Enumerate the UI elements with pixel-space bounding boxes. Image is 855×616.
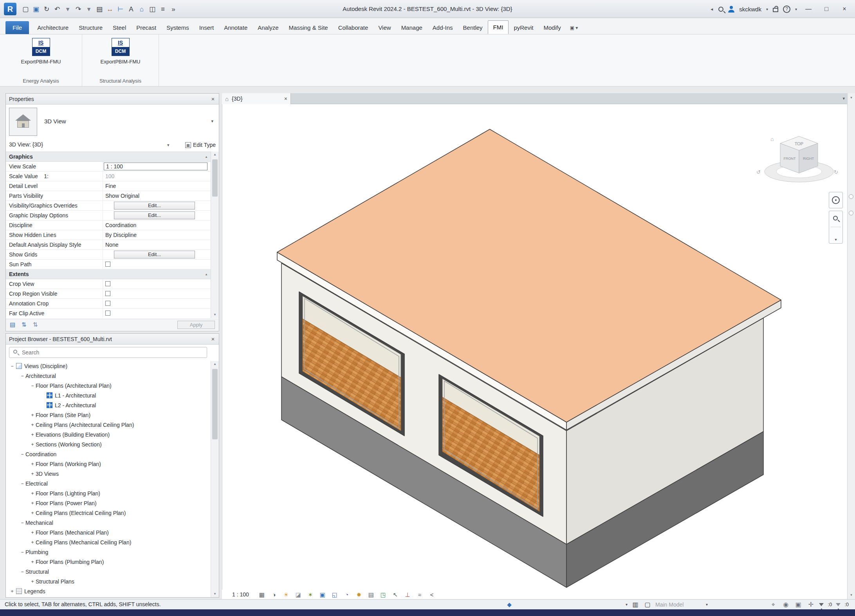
section-icon[interactable]: ◫ [148, 6, 157, 13]
crop-view-icon[interactable]: ▣ [319, 592, 326, 598]
file-tab[interactable]: File [5, 21, 29, 34]
analytical-model-icon[interactable]: ◳ [379, 592, 387, 598]
ribbon-tab-modify[interactable]: Modify [538, 21, 566, 34]
properties-filter-icon[interactable]: ▤ [8, 322, 17, 327]
tree-expander-icon[interactable]: − [19, 481, 25, 486]
help-caret-icon[interactable]: ▾ [795, 7, 797, 11]
ribbon-tab-manage[interactable]: Manage [396, 21, 428, 34]
tree-expander-icon[interactable]: + [29, 432, 36, 437]
crop-region-icon[interactable]: ◱ [331, 592, 339, 598]
design-option-caret-icon[interactable]: ▾ [706, 602, 708, 607]
tree-item-floor-plans-mechanical-plan[interactable]: +Floor Plans (Mechanical Plan) [6, 527, 211, 537]
tree-expander-icon[interactable]: − [9, 363, 15, 369]
param-value-visibility-graphics-overrides[interactable]: Edit... [114, 202, 195, 210]
checkbox-icon[interactable] [105, 262, 110, 267]
more-commands-icon[interactable]: » [169, 6, 178, 13]
tree-item-legends[interactable]: +Legends [6, 586, 211, 596]
tree-expander-icon[interactable]: + [29, 579, 36, 584]
ribbon-tab-architecture[interactable]: Architecture [32, 21, 74, 34]
displacement-sets-icon[interactable]: ↖ [391, 592, 399, 598]
store-icon[interactable] [773, 8, 778, 12]
user-menu-caret-icon[interactable]: ▾ [766, 7, 768, 11]
thin-lines-icon[interactable]: ≡ [159, 6, 167, 13]
tree-item-floor-plans-power-plan[interactable]: +Floor Plans (Power Plan) [6, 498, 211, 508]
strip-caret-down-icon[interactable]: ▾ [848, 593, 855, 597]
modify-selection-caret-icon[interactable]: ▣ ▾ [570, 25, 578, 31]
tree-item-architectural[interactable]: −Architectural [6, 371, 211, 381]
scroll-up-icon[interactable]: ▲ [211, 361, 219, 367]
tree-item-floor-plans-site-plan[interactable]: +Floor Plans (Site Plan) [6, 410, 211, 420]
tree-item-views-discipline[interactable]: −Views (Discipline) [6, 361, 211, 371]
tree-item-floor-plans-working-plan[interactable]: +Floor Plans (Working Plan) [6, 459, 211, 469]
tree-item-structural[interactable]: −Structural [6, 567, 211, 576]
view-tab-3d[interactable]: ⌂ {3D} × [222, 93, 291, 104]
design-option-icon[interactable]: ▢ [643, 602, 652, 608]
reveal-constraints-icon[interactable]: ⊥ [404, 592, 411, 598]
param-value-show-hidden-lines[interactable]: By Discipline [103, 230, 211, 240]
sync-icon[interactable]: ↻ [42, 6, 51, 13]
ribbon-tab-fmi[interactable]: FMI [488, 20, 509, 34]
tree-item-l2-architectural[interactable]: L2 - Architectural [6, 400, 211, 410]
checkbox-icon[interactable] [105, 281, 110, 286]
param-value-far-clip-active[interactable] [103, 309, 211, 318]
tree-item-3d-views[interactable]: +3D Views [6, 469, 211, 479]
ribbon-tab-add-ins[interactable]: Add-Ins [428, 21, 458, 34]
measure-icon[interactable]: ↔ [106, 6, 114, 13]
redo-caret-icon[interactable]: ▾ [85, 6, 93, 13]
properties-header[interactable]: Properties × [6, 94, 219, 105]
default-3d-view-icon[interactable]: ⌂ [137, 6, 146, 13]
tree-expander-icon[interactable]: + [29, 530, 36, 535]
tree-item-floor-plans-lighting-plan[interactable]: +Floor Plans (Lighting Plan) [6, 488, 211, 498]
building-model[interactable] [277, 129, 781, 587]
tree-expander-icon[interactable]: − [19, 520, 25, 526]
tree-item-ceiling-plans-mechanical-ceiling-plan[interactable]: +Ceiling Plans (Mechanical Ceiling Plan) [6, 537, 211, 547]
redo-icon[interactable]: ↷ [74, 6, 83, 13]
tree-expander-icon[interactable]: + [29, 412, 36, 418]
param-value-discipline[interactable]: Coordination [103, 220, 211, 230]
type-selector-caret-icon[interactable]: ▾ [211, 119, 213, 124]
type-selector-image[interactable] [9, 108, 37, 136]
tree-expander-icon[interactable]: + [29, 540, 36, 545]
revit-logo[interactable]: R [4, 3, 16, 15]
view-filter-caret-icon[interactable]: ▾ [167, 143, 170, 148]
sort-ascending-icon[interactable]: ⇅ [20, 322, 28, 327]
browser-search-input[interactable] [21, 348, 201, 357]
checkbox-icon[interactable] [105, 311, 110, 316]
tree-expander-icon[interactable]: + [29, 422, 36, 428]
tree-item-mechanical[interactable]: −Mechanical [6, 518, 211, 527]
apply-button[interactable]: Apply [177, 321, 215, 329]
section-collapse-icon[interactable]: ▴ [202, 152, 211, 161]
print-icon[interactable]: ▤ [95, 6, 104, 13]
undo-icon[interactable]: ↶ [53, 6, 61, 13]
project-browser-close-icon[interactable]: × [209, 334, 217, 345]
scroll-up-icon[interactable]: ▲ [211, 152, 219, 158]
tree-expander-icon[interactable]: + [29, 442, 36, 447]
infocenter-collapse-icon[interactable]: ◄ [710, 7, 714, 11]
selection-filter-icon[interactable] [819, 603, 824, 606]
close-button[interactable]: × [838, 5, 851, 13]
sun-path-icon[interactable]: ☀ [282, 592, 290, 598]
drag-on-selection-icon[interactable]: ✛ [806, 602, 815, 608]
worksharing-display-icon[interactable]: ≈ [416, 592, 424, 598]
view-tab-overflow-icon[interactable]: ▾ [842, 96, 845, 101]
undo-caret-icon[interactable]: ▾ [63, 6, 72, 13]
open-icon[interactable]: ▢ [21, 6, 30, 13]
checkbox-icon[interactable] [105, 301, 110, 306]
tree-item-floor-plans-plumbing-plan[interactable]: +Floor Plans (Plumbing Plan) [6, 557, 211, 567]
worksharing-status-icon[interactable]: ◆ [505, 600, 514, 609]
section-collapse-icon[interactable]: ▴ [202, 269, 211, 279]
tree-item-ceiling-plans-architectural-ceiling-plan[interactable]: +Ceiling Plans (Architectural Ceiling Pl… [6, 420, 211, 430]
param-value-annotation-crop[interactable] [103, 299, 211, 308]
select-pinned-icon[interactable]: ◉ [781, 602, 790, 608]
visual-style-icon[interactable]: ◑ [270, 592, 278, 598]
tree-item-elevations-building-elevation[interactable]: +Elevations (Building Elevation) [6, 430, 211, 439]
tree-expander-icon[interactable]: + [29, 500, 36, 506]
export-pbim-fmu-structural-button[interactable]: IS DCM ExportPBIM-FMU [89, 38, 152, 65]
browser-search-box[interactable] [9, 347, 207, 358]
tree-expander-icon[interactable]: + [29, 471, 36, 477]
scroll-thumb[interactable] [212, 159, 218, 197]
strip-caret-icon[interactable]: ▾ [848, 96, 855, 99]
tree-expander-icon[interactable]: + [29, 510, 36, 516]
edit-type-button[interactable]: ▦ Edit Type [185, 141, 216, 149]
aligned-dimension-icon[interactable]: ⊢ [116, 6, 125, 13]
